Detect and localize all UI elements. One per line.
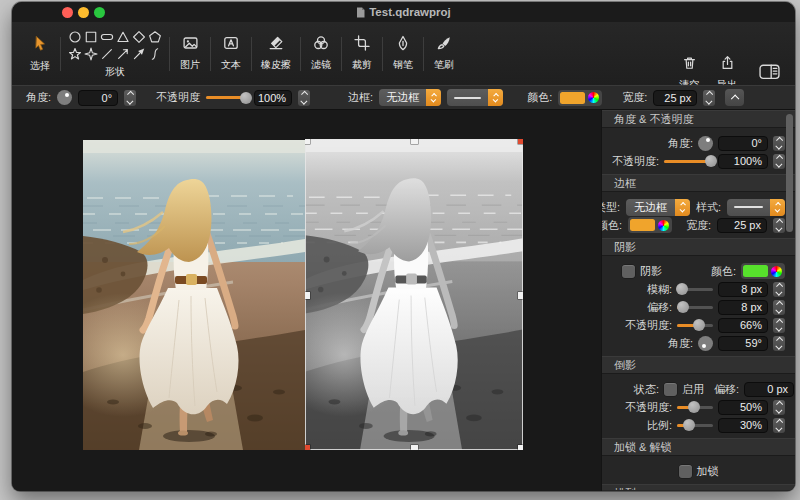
border-color-label: 颜色: [601,218,622,233]
dropdown-chevrons-icon [488,89,503,106]
image-tool-button[interactable]: 图片 [174,35,206,72]
width-label: 宽度: [622,90,647,105]
shadow-offset-slider[interactable] [677,306,713,309]
photo-grayscale-selected[interactable] [305,139,523,450]
shadow-opacity-label: 不透明度: [612,318,672,333]
filled-arrow-shape-icon[interactable] [131,46,147,63]
reflection-opacity-stepper[interactable] [773,400,785,415]
collapse-propsbar-button[interactable] [725,89,744,106]
shadow-offset-value-field[interactable]: 8 px [718,300,768,315]
sidebar-scrollbar[interactable] [786,114,793,232]
lock-checkbox[interactable] [679,465,692,478]
sidebar-angle-stepper[interactable] [773,136,785,151]
sidebar-border-type-dropdown[interactable]: 无边框 [626,199,690,216]
shadow-offset-stepper[interactable] [773,300,785,315]
border-type-dropdown[interactable]: 无边框 [379,89,441,106]
opacity-value-field[interactable]: 100% [254,90,292,106]
image-tool-label: 图片 [180,58,200,72]
angle-dial[interactable] [57,90,72,105]
reflection-opacity-label: 不透明度: [612,400,672,415]
diamond-shape-icon[interactable] [131,29,147,46]
angle-value-field[interactable]: 0° [78,90,118,106]
square-shape-icon[interactable] [83,29,99,46]
shadow-blur-value-field[interactable]: 8 px [718,282,768,297]
shadow-offset-label: 偏移: [612,300,672,315]
shadow-blur-stepper[interactable] [773,282,785,297]
sidebar-border-color-well[interactable] [628,217,672,233]
color-wheel-icon [588,92,599,103]
titlebar: Test.qdrawproj [12,2,795,22]
sidebar-opacity-value-field[interactable]: 100% [718,154,768,169]
reflection-state-label: 状态: [634,382,659,397]
app-window: Test.qdrawproj 选择 [12,2,795,491]
reflection-opacity-slider[interactable] [677,406,713,409]
shadow-blur-slider[interactable] [677,288,713,291]
opacity-slider[interactable] [206,96,248,99]
shadow-opacity-stepper[interactable] [773,318,785,333]
width-value-field[interactable]: 25 px [653,90,697,106]
inspector-sidebar: 角度 & 不透明度 角度: 0° 不透明度: 100% 边框 类型: 无边框 [601,110,795,491]
reflection-offset-value-field[interactable]: 0 px [744,382,794,397]
curve-shape-icon[interactable] [147,46,163,63]
toggle-sidebar-button[interactable] [753,63,785,84]
shadow-angle-value-field[interactable]: 59° [718,336,768,351]
opacity-stepper[interactable] [298,90,310,106]
shadow-color-well[interactable] [741,263,785,279]
pentagon-shape-icon[interactable] [147,29,163,46]
reflection-scale-stepper[interactable] [773,418,785,433]
star-shape-icon[interactable] [67,46,83,63]
brush-tool-button[interactable]: 笔刷 [428,35,460,72]
reflection-scale-slider[interactable] [677,424,713,427]
sidebar-angle-value-field[interactable]: 0° [718,136,768,151]
photo-color[interactable] [83,140,305,450]
width-stepper[interactable] [703,90,715,106]
color-label: 颜色: [527,90,552,105]
shadow-angle-dial[interactable] [698,336,713,351]
color-wheel-icon [771,266,782,277]
eraser-tool-button[interactable]: 橡皮擦 [256,35,296,72]
dropdown-chevrons-icon [675,199,690,216]
circle-shape-icon[interactable] [67,29,83,46]
shadow-angle-stepper[interactable] [773,336,785,351]
reflection-scale-value-field[interactable]: 30% [718,418,768,433]
text-tool-button[interactable]: 文本 [215,35,247,72]
triangle-shape-icon[interactable] [115,29,131,46]
sidebar-angle-dial[interactable] [698,136,713,151]
angle-stepper[interactable] [124,90,136,106]
shadow-opacity-slider[interactable] [677,324,713,327]
border-color-well[interactable] [558,90,602,106]
pen-tool-label: 钢笔 [393,58,413,72]
ellipse-shape-icon[interactable] [99,29,115,46]
filter-tool-button[interactable]: 滤镜 [305,35,337,72]
dropdown-chevrons-icon [426,89,441,106]
drawing-canvas[interactable] [12,110,601,491]
shadow-enable-checkbox[interactable] [622,265,635,278]
line-shape-icon[interactable] [99,46,115,63]
reflection-scale-label: 比例: [612,418,672,433]
sidebar-border-style-dropdown[interactable] [727,199,785,216]
section-header-partial: 排列 [602,484,795,490]
reflection-enable-checkbox[interactable] [664,383,677,396]
sidebar-opacity-slider[interactable] [664,160,713,163]
crop-tool-button[interactable]: 裁剪 [346,35,378,72]
border-type-label: 类型: [601,200,620,215]
reflection-opacity-value-field[interactable]: 50% [718,400,768,415]
sidebar-border-width-field[interactable]: 25 px [717,218,767,233]
select-tool-button[interactable]: 选择 [24,35,56,73]
toolbar-divider [251,37,252,71]
arrow-shape-icon[interactable] [115,46,131,63]
filter-icon [313,35,329,55]
shadow-enable-label: 阴影 [640,264,662,279]
color-chip [560,92,585,104]
pen-tool-button[interactable]: 钢笔 [387,35,419,72]
sidebar-border-width-stepper[interactable] [773,218,785,233]
four-point-star-shape-icon[interactable] [83,46,99,63]
sidebar-opacity-stepper[interactable] [773,154,785,169]
shadow-opacity-value-field[interactable]: 66% [718,318,768,333]
beach-photo-illustration-grayscale [305,139,523,450]
opacity-label: 不透明度 [156,90,200,105]
dropdown-chevrons-icon [770,199,785,216]
border-style-dropdown[interactable] [447,89,503,106]
text-tool-label: 文本 [221,58,241,72]
window-title: Test.qdrawproj [12,2,795,22]
